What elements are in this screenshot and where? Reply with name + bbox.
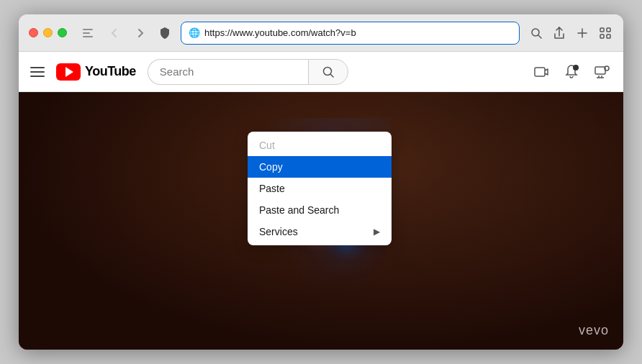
context-menu-item-services[interactable]: Services ▶ (248, 221, 392, 242)
svg-rect-10 (535, 68, 545, 76)
context-menu-paste-label: Paste (259, 183, 285, 194)
tabs-grid-button[interactable] (597, 25, 613, 41)
notifications-bell-icon[interactable] (561, 62, 582, 82)
browser-window: 🌐 https://www.youtube.com/watch?v=b (19, 14, 623, 350)
context-menu-item-paste[interactable]: Paste (248, 178, 392, 199)
svg-rect-6 (600, 35, 604, 38)
minimize-button[interactable] (43, 28, 53, 37)
sidebar-toggle-button[interactable] (83, 27, 97, 39)
context-menu-copy-label: Copy (259, 161, 283, 173)
new-tab-button[interactable] (574, 25, 590, 41)
upload-icon[interactable] (531, 62, 551, 82)
vevo-watermark: vevo (579, 323, 609, 338)
context-menu-paste-search-label: Paste and Search (259, 204, 339, 216)
browser-content: YouTube (19, 52, 623, 350)
context-menu-cut-label: Cut (259, 140, 275, 151)
youtube-logo[interactable]: YouTube (56, 63, 136, 81)
svg-rect-11 (595, 67, 605, 74)
play-triangle-icon (65, 67, 73, 77)
url-text: https://www.youtube.com/watch?v=b (204, 27, 512, 38)
search-input[interactable] (148, 59, 308, 85)
title-bar-actions (528, 25, 613, 41)
context-menu-item-paste-search[interactable]: Paste and Search (248, 199, 392, 221)
video-area: vevo Cut Copy Paste Paste and Search S (19, 92, 623, 350)
forward-button[interactable] (132, 24, 149, 42)
svg-rect-7 (607, 35, 610, 38)
youtube-logo-text: YouTube (85, 64, 136, 79)
search-container (148, 59, 348, 85)
svg-point-8 (323, 67, 331, 75)
url-globe-icon: 🌐 (189, 27, 200, 38)
svg-rect-5 (607, 28, 610, 32)
title-bar: 🌐 https://www.youtube.com/watch?v=b (19, 14, 623, 52)
svg-line-9 (330, 74, 333, 77)
search-toolbar-icon[interactable] (528, 25, 544, 41)
context-menu-services-label: Services (259, 226, 298, 237)
youtube-toolbar: YouTube (19, 52, 623, 92)
back-button[interactable] (106, 24, 123, 42)
context-menu-item-copy[interactable]: Copy (248, 156, 392, 178)
youtube-menu-button[interactable] (30, 67, 45, 77)
services-submenu-arrow-icon: ▶ (374, 227, 380, 237)
url-bar[interactable]: 🌐 https://www.youtube.com/watch?v=b (181, 22, 520, 45)
close-button[interactable] (29, 28, 38, 37)
privacy-shield-icon (158, 26, 172, 40)
maximize-button[interactable] (58, 28, 67, 37)
svg-rect-4 (600, 28, 604, 32)
svg-line-1 (538, 35, 541, 38)
context-menu: Cut Copy Paste Paste and Search Services… (248, 132, 392, 245)
share-toolbar-icon[interactable] (551, 25, 567, 41)
context-menu-item-cut[interactable]: Cut (248, 135, 392, 156)
youtube-toolbar-right (531, 62, 612, 82)
search-button[interactable] (308, 59, 348, 85)
traffic-lights (29, 28, 67, 37)
youtube-studio-icon[interactable] (592, 62, 612, 82)
youtube-logo-icon (56, 63, 81, 81)
